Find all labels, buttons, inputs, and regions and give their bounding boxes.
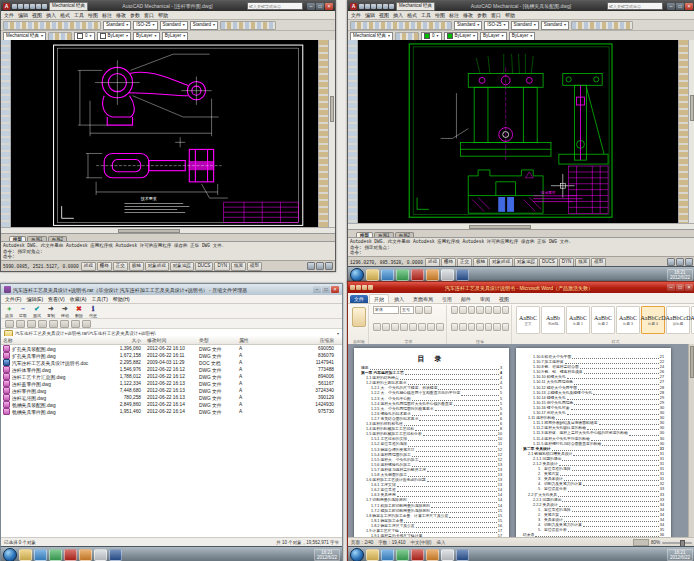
- show-marks-icon[interactable]: [502, 306, 509, 314]
- list-item[interactable]: 文件: [351, 12, 361, 18]
- taskbar-icon-archive[interactable]: [426, 549, 439, 561]
- order-toolbar-icons[interactable]: [571, 21, 633, 30]
- list-item[interactable]: 参数: [130, 12, 140, 18]
- taskbar-icon-archive[interactable]: [426, 269, 439, 281]
- taskbar-clock[interactable]: 16:212012/6/22: [667, 549, 693, 561]
- tab-插入[interactable]: 插入: [390, 295, 408, 303]
- list-item[interactable]: 对象追踪: [170, 262, 194, 271]
- taskbar[interactable]: 16:212012/6/22: [1, 546, 342, 561]
- taskbar[interactable]: 16:212012/6/22: [348, 266, 694, 282]
- style-chip-标题 3[interactable]: AaBbC标题 3: [616, 306, 640, 334]
- close-button[interactable]: ×: [685, 3, 693, 10]
- cad-right-toolbar-standard[interactable]: Standard▾ ISO-25▾ Standard▾ Standard▾: [348, 20, 694, 31]
- list-item[interactable]: 修改: [116, 12, 126, 18]
- word-titlebar[interactable]: 汽车连杆工艺及夹具设计说明书 - Microsoft Word（产品激活失败） …: [348, 282, 694, 293]
- draw-toolbar-vertical[interactable]: [348, 40, 358, 224]
- mode-buttons[interactable]: 捕捉栅格正交极轴对象捕捉对象追踪DUCSDYN线宽模型: [81, 262, 262, 271]
- document-page-left[interactable]: 目 录 摘要3第一章 汽车连杆加工工艺41.1 连杆的结构特点41.2 连杆的主…: [354, 348, 509, 538]
- toolbar-button-复制[interactable]: ➜复制: [47, 305, 55, 318]
- list-item[interactable]: 视图: [379, 12, 389, 18]
- taskbar-icon-acrobat[interactable]: [64, 549, 77, 561]
- cad-left-titlebar[interactable]: A Mechanical 经典 AutoCAD Mechanical - [连杆…: [1, 1, 335, 11]
- list-item[interactable]: 帮助(H): [113, 296, 130, 302]
- standard-toolbar-icons[interactable]: [350, 21, 452, 30]
- increase-indent-icon[interactable]: [485, 306, 492, 314]
- list-item[interactable]: 正交: [113, 262, 128, 271]
- window-controls[interactable]: –□×: [313, 286, 339, 293]
- cad-left-vscrollbar[interactable]: [328, 40, 335, 228]
- list-item[interactable]: 编辑(E): [26, 296, 43, 302]
- list-item[interactable]: 插入: [393, 12, 403, 18]
- quick-access-toolbar[interactable]: [359, 4, 394, 9]
- workspace-dropdown[interactable]: Mechanical 经典: [396, 2, 435, 11]
- subscript-icon[interactable]: [409, 323, 417, 331]
- italic-icon[interactable]: [382, 323, 390, 331]
- taskbar-icon-word[interactable]: [456, 269, 469, 281]
- archive-toolbar[interactable]: ＋添加－提取✔测试➜复制➜移动✖删除ℹ信息: [1, 304, 342, 319]
- list-item[interactable]: 帮助: [158, 12, 168, 18]
- list-item[interactable]: 参数: [477, 12, 487, 18]
- infocenter[interactable]: [607, 2, 663, 10]
- list-item[interactable]: 绘图: [435, 12, 445, 18]
- highlight-icon[interactable]: [427, 323, 435, 331]
- cad-left-command-line[interactable]: Autodesk DWG. 此文件是由 Autodesk 应用程序或 Autod…: [1, 241, 335, 260]
- superscript-icon[interactable]: [418, 323, 426, 331]
- document-area[interactable]: 目 录 摘要3第一章 汽车连杆加工工艺41.1 连杆的结构特点41.2 连杆的主…: [348, 344, 694, 538]
- archive-titlebar[interactable]: 汽车连杆工艺及夹具设计+说明书.rar（毕业设计 汽车连杆加工工艺及夹具设计+说…: [1, 284, 342, 295]
- standard-toolbar-icons[interactable]: [3, 21, 101, 30]
- toolbar-button-提取[interactable]: －提取: [19, 305, 27, 318]
- minimize-button[interactable]: –: [307, 3, 315, 10]
- page-indicator[interactable]: 页面：2/40: [351, 540, 373, 545]
- list-item[interactable]: 格式: [60, 12, 70, 18]
- table-row[interactable]: 连杆工艺卡片汇总图.dwg1,788,0122012-06-22 16:12DW…: [1, 373, 342, 380]
- infocenter-search-input[interactable]: [607, 2, 663, 10]
- document-page-right[interactable]: 1.10.6 粗磨大小头平面211.10.7 加工连杆体221.10.8 铣、磨…: [516, 348, 671, 538]
- table-row[interactable]: 铣槽夹具零件图.dwg1,951,4602012-06-22 16:14DWG …: [1, 408, 342, 415]
- cad-left-toolbar-standard[interactable]: Standard▾ ISO-25▾ Standard▾ Standard▾: [1, 20, 335, 31]
- dim-style-dropdown[interactable]: ISO-25▾: [133, 21, 157, 30]
- maximize-button[interactable]: □: [676, 3, 684, 10]
- taskbar-icon-ie[interactable]: [381, 549, 394, 561]
- text-style-dropdown[interactable]: Standard▾: [103, 21, 131, 30]
- file-list-header[interactable]: 名称大小修改时间类型属性压缩后: [1, 336, 342, 345]
- mleader-style-dropdown[interactable]: Standard▾: [190, 21, 218, 30]
- quick-access-toolbar[interactable]: [12, 4, 47, 9]
- paste-button[interactable]: [352, 307, 366, 327]
- taskbar-icon-explorer[interactable]: [366, 269, 379, 281]
- maximize-button[interactable]: □: [316, 3, 324, 10]
- taskbar-icon-word[interactable]: [109, 549, 122, 561]
- list-item[interactable]: 工具: [421, 12, 431, 18]
- taskbar-icon-autocad[interactable]: [396, 549, 409, 561]
- view-buttons[interactable]: [633, 539, 649, 546]
- cad-right-titlebar[interactable]: A Mechanical 经典 AutoCAD Mechanical - [铣槽…: [348, 1, 694, 11]
- order-toolbar-icons[interactable]: [220, 21, 276, 30]
- bold-icon[interactable]: [373, 323, 381, 331]
- list-item[interactable]: 视图: [32, 12, 42, 18]
- table-style-dropdown[interactable]: Standard▾: [511, 21, 539, 30]
- table-row[interactable]: 连杆体零件图.dwg1,546,9762012-06-22 16:12DWG 文…: [1, 366, 342, 373]
- toolbar-button-信息[interactable]: ℹ信息: [89, 305, 97, 318]
- list-item[interactable]: 插入: [46, 12, 56, 18]
- minimize-button[interactable]: –: [313, 286, 321, 293]
- close-button[interactable]: ×: [685, 284, 693, 291]
- font-color-icon[interactable]: [436, 323, 444, 331]
- list-item[interactable]: 收藏(A): [70, 296, 87, 302]
- multilevel-icon[interactable]: [468, 306, 475, 314]
- tab-引用[interactable]: 引用: [438, 295, 456, 303]
- toolbar-button-添加[interactable]: ＋添加: [5, 305, 13, 318]
- minimize-button[interactable]: –: [667, 3, 675, 10]
- system-tray[interactable]: 16:212012/6/22: [667, 549, 693, 561]
- archive-file-list[interactable]: 名称大小修改时间类型属性压缩后扩孔夹具装配图.dwg1,396,0602012-…: [1, 336, 342, 538]
- list-item[interactable]: DYN: [214, 262, 230, 271]
- ribbon-tab-bar[interactable]: 文件开始插入页面布局引用邮件审阅视图: [348, 293, 694, 304]
- modify-toolbar-vertical[interactable]: [678, 40, 688, 224]
- list-item[interactable]: 极轴: [129, 262, 144, 271]
- shrink-font-icon[interactable]: [424, 306, 432, 314]
- list-item[interactable]: DUCS: [195, 262, 214, 271]
- list-item[interactable]: 文件: [4, 12, 14, 18]
- modify-toolbar-vertical[interactable]: [318, 40, 328, 228]
- shading-icon[interactable]: [493, 323, 500, 331]
- cad-right-command-line[interactable]: Autodesk DWG. 此文件是由 Autodesk 应用程序或 Autod…: [348, 237, 694, 256]
- zoom-slider[interactable]: [662, 542, 692, 544]
- list-item[interactable]: 编辑: [18, 12, 28, 18]
